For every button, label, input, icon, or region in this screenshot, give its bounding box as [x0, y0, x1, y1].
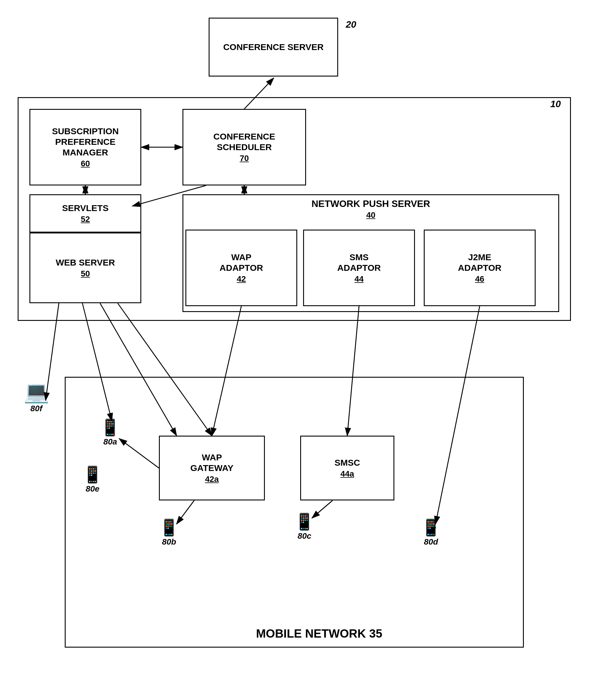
conference-scheduler-number: 70: [239, 154, 249, 163]
ref-20: 20: [346, 19, 356, 30]
servlets-box: SERVLETS 52: [29, 194, 141, 232]
smsc-label: SMSC: [335, 457, 360, 468]
subscription-manager-box: SUBSCRIPTIONPREFERENCEMANAGER 60: [29, 109, 141, 185]
j2me-adaptor-label: J2MEADAPTOR: [458, 252, 501, 273]
web-server-number: 50: [81, 269, 90, 278]
ref-10: 10: [550, 99, 561, 109]
device-80e: 📱 80e: [82, 465, 103, 494]
device-80d-label: 80d: [421, 537, 441, 547]
device-80d: 📱 80d: [421, 518, 441, 547]
sms-adaptor-label: SMSADAPTOR: [337, 252, 381, 273]
device-80e-label: 80e: [82, 484, 103, 494]
wap-adaptor-label: WAPADAPTOR: [219, 252, 263, 273]
device-80b: 📱 80b: [159, 518, 179, 547]
j2me-adaptor-box: J2MEADAPTOR 46: [424, 230, 536, 306]
device-80f: 💻 80f: [24, 380, 49, 413]
servlets-number: 52: [81, 215, 90, 224]
device-80c-label: 80c: [294, 531, 315, 541]
device-80c: 📱 80c: [294, 512, 315, 541]
wap-gateway-number: 42a: [205, 475, 219, 484]
sms-adaptor-box: SMSADAPTOR 44: [303, 230, 415, 306]
mobile-network-label: MOBILE NETWORK 35: [256, 627, 382, 640]
diagram: CONFERENCE SERVER 20 10 SUBSCRIPTIONPREF…: [0, 0, 598, 700]
wap-adaptor-number: 42: [237, 274, 246, 284]
device-80a-label: 80a: [100, 437, 120, 447]
network-push-server-label: NETWORK PUSH SERVER: [311, 198, 430, 209]
wap-gateway-box: WAPGATEWAY 42a: [159, 436, 265, 500]
smsc-box: SMSC 44a: [300, 436, 394, 500]
subscription-manager-label: SUBSCRIPTIONPREFERENCEMANAGER: [52, 126, 119, 158]
sms-adaptor-number: 44: [354, 274, 363, 284]
conference-scheduler-box: CONFERENCESCHEDULER 70: [182, 109, 306, 185]
servlets-label: SERVLETS: [62, 203, 109, 214]
wap-adaptor-box: WAPADAPTOR 42: [185, 230, 297, 306]
subscription-manager-number: 60: [81, 159, 90, 168]
j2me-adaptor-number: 46: [475, 274, 484, 284]
web-server-label: WEB SERVER: [56, 257, 115, 268]
conference-scheduler-label: CONFERENCESCHEDULER: [213, 131, 275, 152]
smsc-number: 44a: [340, 469, 354, 479]
device-80a: 📱 80a: [100, 418, 120, 447]
device-80f-label: 80f: [24, 404, 49, 413]
conference-server-label: CONFERENCE SERVER: [223, 42, 323, 52]
wap-gateway-label: WAPGATEWAY: [190, 452, 234, 473]
conference-server-box: CONFERENCE SERVER: [209, 18, 338, 77]
web-server-box: WEB SERVER 50: [29, 232, 141, 303]
network-push-server-number: 40: [366, 210, 375, 220]
device-80b-label: 80b: [159, 537, 179, 547]
